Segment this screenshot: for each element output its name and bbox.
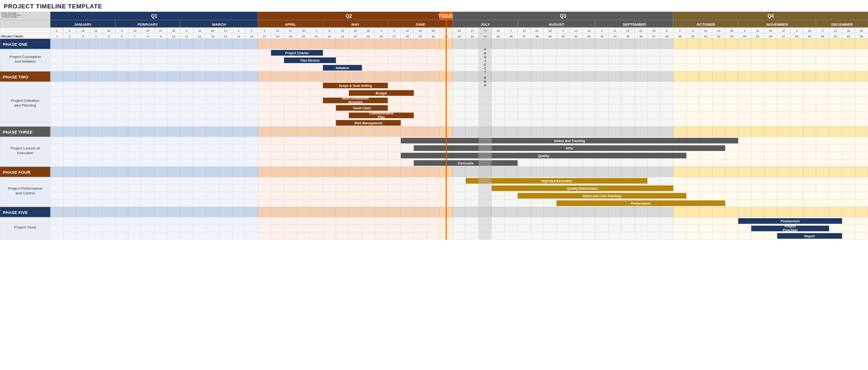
svg-rect-822	[141, 104, 154, 112]
svg-rect-935	[790, 112, 803, 119]
svg-rect-1023	[89, 127, 102, 137]
svg-rect-602	[595, 71, 609, 82]
svg-rect-790	[544, 97, 557, 104]
svg-rect-1139	[738, 137, 751, 144]
svg-rect-997	[777, 119, 790, 127]
svg-rect-912	[492, 112, 505, 119]
svg-rect-1429	[245, 177, 258, 185]
svg-rect-1369	[323, 167, 336, 177]
svg-rect-1869	[77, 232, 90, 240]
svg-rect-384	[323, 49, 336, 57]
svg-rect-1744	[89, 217, 102, 225]
svg-rect-915	[531, 112, 544, 119]
svg-rect-1782	[582, 217, 595, 225]
svg-rect-925	[660, 112, 673, 119]
svg-rect-549	[829, 64, 842, 71]
svg-rect-1329	[751, 159, 764, 167]
svg-rect-956	[245, 119, 258, 127]
svg-rect-476	[699, 57, 712, 64]
svg-rect-943	[77, 119, 90, 127]
svg-rect-1537	[829, 185, 842, 192]
svg-rect-678	[725, 82, 738, 89]
svg-rect-1767	[388, 217, 401, 225]
svg-rect-418	[764, 49, 777, 57]
svg-rect-1499	[336, 185, 349, 192]
svg-rect-1915	[673, 232, 686, 240]
svg-text:47: 47	[652, 35, 656, 38]
svg-rect-982	[582, 119, 595, 127]
svg-rect-913	[504, 112, 518, 119]
svg-rect-457	[453, 57, 466, 64]
svg-rect-1079	[816, 127, 829, 137]
svg-rect-1711	[504, 207, 518, 217]
svg-rect-1060	[569, 127, 582, 137]
svg-rect-1350	[77, 167, 90, 177]
svg-rect-1661	[803, 199, 816, 207]
svg-rect-1173	[362, 144, 375, 152]
svg-text:NOVEMBER: NOVEMBER	[766, 22, 788, 27]
svg-rect-1469	[764, 177, 777, 185]
svg-rect-884	[128, 112, 141, 119]
svg-rect-1213	[63, 152, 77, 159]
svg-rect-687	[842, 82, 855, 89]
svg-rect-868	[738, 104, 751, 112]
svg-rect-665	[557, 82, 570, 89]
svg-rect-1275	[50, 159, 63, 167]
svg-rect-1035	[245, 127, 258, 137]
svg-rect-1629	[388, 199, 401, 207]
svg-rect-1416	[77, 177, 90, 185]
svg-rect-1619	[258, 199, 271, 207]
svg-rect-1599	[816, 192, 829, 199]
svg-rect-1663	[829, 199, 842, 207]
svg-rect-1775	[492, 217, 505, 225]
svg-rect-1904	[531, 232, 544, 240]
svg-rect-709	[310, 89, 323, 97]
svg-rect-1482	[115, 185, 128, 192]
svg-text:37: 37	[523, 35, 526, 38]
svg-rect-324	[401, 39, 414, 49]
svg-rect-703	[232, 89, 245, 97]
svg-rect-740	[712, 89, 725, 97]
svg-rect-1462	[673, 177, 686, 185]
svg-rect-551	[855, 64, 868, 71]
svg-rect-1554	[232, 192, 245, 199]
svg-rect-331	[492, 39, 505, 49]
svg-rect-1070	[699, 127, 712, 137]
svg-rect-1262	[699, 152, 712, 159]
svg-rect-1404	[777, 167, 790, 177]
svg-rect-297	[50, 39, 63, 49]
svg-rect-619	[816, 71, 829, 82]
svg-rect-793	[582, 97, 595, 104]
svg-rect-1704	[414, 207, 427, 217]
svg-rect-532	[609, 64, 622, 71]
svg-rect-770	[284, 97, 297, 104]
svg-rect-1553	[219, 192, 232, 199]
svg-text:11: 11	[834, 29, 837, 32]
svg-rect-928	[699, 112, 712, 119]
svg-rect-579	[297, 71, 310, 82]
svg-rect-1791	[699, 217, 712, 225]
svg-rect-1051	[453, 127, 466, 137]
svg-rect-1559	[297, 192, 310, 199]
svg-rect-859	[622, 104, 635, 112]
svg-rect-1656	[738, 199, 751, 207]
svg-rect-806	[751, 97, 764, 104]
svg-rect-1543	[89, 192, 102, 199]
svg-rect-1021	[63, 127, 77, 137]
svg-rect-1027	[141, 127, 154, 137]
svg-rect-612	[725, 71, 738, 82]
svg-rect-1056	[518, 127, 531, 137]
svg-rect-1562	[336, 192, 349, 199]
svg-rect-617	[790, 71, 803, 82]
svg-rect-430	[102, 57, 115, 64]
svg-rect-626	[50, 82, 63, 89]
svg-rect-843	[414, 104, 427, 112]
svg-rect-483	[790, 57, 803, 64]
svg-rect-642	[258, 82, 271, 89]
svg-rect-352	[764, 39, 777, 49]
svg-rect-427	[63, 57, 77, 64]
svg-rect-1155	[128, 144, 141, 152]
svg-text:54: 54	[743, 35, 746, 38]
svg-rect-1535	[803, 185, 816, 192]
svg-rect-1929	[855, 232, 868, 240]
